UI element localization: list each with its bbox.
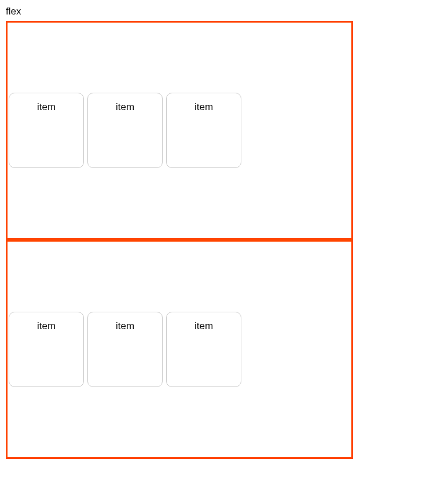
- flex-item: item: [166, 93, 241, 168]
- flex-item: item: [87, 93, 163, 168]
- flex-container-2: item item item: [6, 240, 353, 459]
- flex-item: item: [9, 312, 84, 387]
- flex-item: item: [87, 312, 163, 387]
- flex-item: item: [9, 93, 84, 168]
- flex-item: item: [166, 312, 241, 387]
- flex-container-1: item item item: [6, 21, 353, 240]
- page-label: flex: [6, 6, 442, 17]
